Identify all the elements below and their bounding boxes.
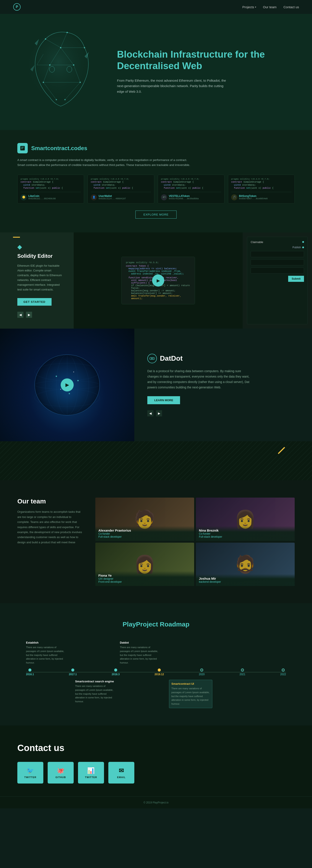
- team-card-fiona: 👩 Fiona Ye UIX designer Front-end develo…: [95, 542, 194, 586]
- team-member-role2-1: Full-stack developer: [98, 535, 191, 538]
- team-grid: 🧑 Alexander Praetorius Co-funder Full-st…: [95, 498, 295, 586]
- timeline-dot-2017: 2017.1: [69, 669, 77, 676]
- code-card-footer-1: 🪙 LikeCoin 0x02981b2...992469c98: [21, 192, 81, 200]
- code-pragma-4: pragma solidity >=0.4.0 <0.7.0;: [231, 178, 291, 180]
- avatar-2: 👤: [91, 194, 97, 200]
- svg-text:P: P: [16, 5, 18, 9]
- code-contract-4: contract SimpleStorage {: [231, 181, 291, 183]
- team-card-overlay-nina: Nina Breznik Co-funder Full-stack develo…: [196, 526, 295, 541]
- form-field-2[interactable]: [251, 259, 304, 266]
- team-member-name-1: Alexander Praetorius: [98, 529, 191, 532]
- submit-button[interactable]: Submit: [288, 276, 304, 282]
- year-2019: 2019.12: [154, 673, 164, 676]
- team-card-joshua: 🧔 Joshua Mir backend developer: [196, 542, 295, 586]
- svg-point-24: [66, 32, 68, 33]
- diagonal-pattern: [0, 441, 312, 480]
- team-left: Our team Organizations form teams to acc…: [17, 498, 82, 545]
- code-func-4: function set(uint x) public {: [231, 187, 291, 189]
- sc-description: A smart contract is a computer protocol …: [17, 158, 191, 168]
- code-pragma-1: pragma solidity >=0.4.0 <0.7.0;: [21, 178, 81, 180]
- code-card-addr-1: 0x02981b2...992469c98: [28, 197, 81, 200]
- svg-point-17: [49, 64, 51, 66]
- code-card-footer-2: 👤 UserWallet 0x02bc3114...49684197: [91, 192, 151, 200]
- code-card-name-3: VESTELLAToken: [169, 194, 221, 197]
- team-member-role1-3: UIX designer: [98, 577, 191, 580]
- code-mapping: mapping(address => uint) balances;: [128, 267, 190, 270]
- roadmap-timeline-row: 2016.1 2017.1 2018.3 2019.12: [26, 669, 286, 675]
- year-2022: 2022: [280, 673, 286, 676]
- twitter-alt-button[interactable]: 📊 TWITTER: [78, 762, 104, 783]
- roadmap-label-datdot: Datdot: [120, 641, 163, 644]
- twitter-button[interactable]: 🐦 TWITTER: [17, 762, 43, 783]
- dot-2020: [200, 669, 203, 672]
- datdot-prev-button[interactable]: ◀: [147, 410, 153, 416]
- code-card-footer-4: 🎵 BitSongToken 0x05079067...0ce0054e0: [231, 192, 291, 200]
- smartcontract-section: Smartcontract.codes A smart contract is …: [0, 130, 312, 232]
- learn-more-button[interactable]: LEARN MORE: [147, 396, 180, 404]
- team-member-role1-1: Co-funder: [98, 532, 191, 535]
- play-button[interactable]: ▶: [152, 275, 164, 287]
- form-field-3[interactable]: [251, 268, 304, 274]
- roadmap-bottom-spacer-3: [218, 680, 240, 708]
- roadmap-desc-sc-ui: There are many variations of passages of…: [171, 687, 210, 706]
- sc-title: Smartcontract.codes: [31, 145, 87, 152]
- year-2021: 2021: [240, 673, 246, 676]
- year-2018: 2018.3: [112, 673, 120, 676]
- roadmap-bottom-spacer-1: [26, 680, 69, 708]
- roadmap-label-establish: Establish: [26, 641, 69, 644]
- code-card-footer-3: 🏷 VESTELLAToken 0x03c452e08...9e36a9b6a: [161, 192, 221, 200]
- contact-icons: 🐦 TWITTER 🐙 GITHUB 📊 TWITTER ✉ EMAIL: [17, 762, 295, 783]
- publish-dot: [302, 247, 304, 248]
- team-member-name-3: Fiona Ye: [98, 574, 191, 577]
- nav-projects[interactable]: Projects ▾: [243, 5, 256, 9]
- explore-more-button[interactable]: EXPLORE MORE: [135, 211, 177, 219]
- code-card-3: pragma solidity >=0.4.0 <0.7.0; contract…: [158, 175, 224, 204]
- form-field-1[interactable]: [251, 251, 304, 257]
- navbar: P Projects ▾ Our team Contact us: [0, 0, 312, 14]
- code-var-3: uint8 storeData;: [161, 184, 221, 186]
- code-func-2: function set(uint x) public {: [91, 187, 151, 189]
- svg-point-47: [60, 389, 61, 390]
- datdot-next-button[interactable]: ▶: [156, 410, 162, 416]
- hero-graphic: [13, 26, 104, 117]
- roadmap-item-sc-ui: Smartcontract UI There are many variatio…: [169, 680, 212, 708]
- twitter-alt-label: TWITTER: [85, 776, 97, 778]
- nav-our-team[interactable]: Our team: [263, 5, 277, 9]
- dot-2017: [71, 669, 74, 672]
- solidity-navigation: ◀ ▶: [17, 312, 63, 318]
- contact-section: Contact us 🐦 TWITTER 🐙 GITHUB 📊 TWITTER …: [0, 725, 312, 797]
- solidity-description: Ethereum IDE plugin for hackable Atom ed…: [17, 264, 63, 292]
- github-label: GITHUB: [56, 776, 66, 778]
- roadmap-desc-sc-search: There are many variations of passages of…: [75, 684, 114, 703]
- solidity-prev-button[interactable]: ◀: [17, 312, 23, 318]
- datdot-section: ▶ DatDot Dat is a protocol for sharing d…: [0, 329, 312, 441]
- nav-logo[interactable]: P: [13, 3, 21, 11]
- roadmap-item-datdot: Datdot There are many variations of pass…: [120, 641, 163, 664]
- solidity-next-button[interactable]: ▶: [26, 312, 32, 318]
- datdot-icon: [147, 354, 157, 363]
- datdot-navigation: ◀ ▶: [147, 410, 299, 416]
- year-2017: 2017.1: [69, 673, 77, 676]
- year-2016: 2016.1: [26, 673, 34, 676]
- roadmap-spacer-1: [73, 641, 116, 664]
- get-started-button[interactable]: GET STARTED: [17, 298, 52, 306]
- solidity-left: ◆ Solidity Editor Ethereum IDE plugin fo…: [0, 232, 74, 329]
- team-member-name-2: Nina Breznik: [199, 529, 292, 532]
- twitter-label: TWITTER: [24, 776, 36, 778]
- svg-point-46: [69, 393, 70, 394]
- sc-icon: [17, 143, 28, 153]
- code-emit: emit Transfer(msg.sender, receiver, amou…: [131, 294, 190, 300]
- svg-point-16: [60, 47, 61, 48]
- team-section: Our team Organizations form teams to acc…: [0, 480, 312, 603]
- nav-contact[interactable]: Contact us: [283, 5, 299, 9]
- code-card-1: pragma solidity >=0.4.0 <0.7.0; contract…: [17, 175, 84, 204]
- solidity-title: Solidity Editor: [17, 253, 63, 259]
- email-button[interactable]: ✉ EMAIL: [108, 762, 134, 783]
- roadmap-bottom-spacer-4: [246, 680, 263, 708]
- datdot-logo-row: DatDot: [147, 354, 299, 363]
- timeline-dot-2022: 2022: [280, 669, 286, 676]
- dot-2016: [28, 669, 31, 672]
- svg-point-25: [84, 47, 85, 48]
- github-button[interactable]: 🐙 GITHUB: [48, 762, 74, 783]
- roadmap-item-sc-search: Smartcontract search engine There are ma…: [75, 680, 119, 708]
